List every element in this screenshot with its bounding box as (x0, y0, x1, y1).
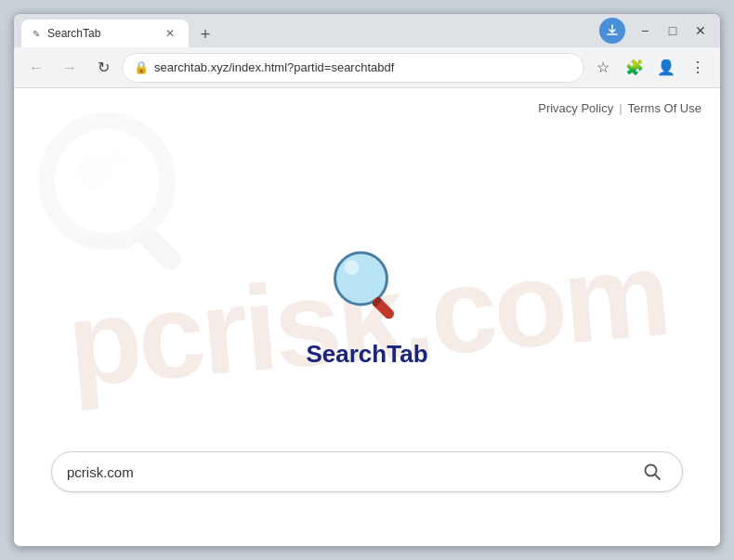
new-tab-button[interactable]: + (192, 21, 218, 47)
search-bar-container: pcrisk.com (51, 451, 683, 492)
page-content: pcrisk.com Privacy Policy | Terms Of Use (14, 88, 720, 547)
svg-point-3 (107, 149, 125, 167)
lock-icon: 🔒 (134, 60, 149, 74)
bookmark-button[interactable]: ☆ (588, 53, 618, 83)
search-bar[interactable]: pcrisk.com (51, 451, 683, 492)
back-button[interactable]: ← (21, 53, 51, 83)
forward-button[interactable]: → (55, 53, 85, 83)
active-tab[interactable]: ✎ SearchTab ✕ (21, 20, 189, 47)
toolbar-actions: ☆ 🧩 👤 ⋮ (588, 53, 713, 83)
brand-name: SearchTab (306, 340, 427, 369)
title-bar: ✎ SearchTab ✕ + − □ ✕ (14, 14, 720, 47)
tab-favicon: ✎ (33, 29, 40, 39)
download-indicator[interactable] (599, 18, 625, 44)
svg-point-4 (334, 253, 387, 305)
privacy-policy-link[interactable]: Privacy Policy (538, 101, 613, 115)
window-controls: − □ ✕ (633, 19, 713, 43)
address-bar[interactable]: 🔒 searchtab.xyz/index.html?partid=search… (122, 53, 584, 83)
link-separator: | (619, 101, 622, 115)
search-button[interactable] (637, 457, 667, 487)
svg-point-0 (46, 121, 167, 241)
svg-rect-6 (370, 295, 396, 321)
toolbar: ← → ↻ 🔒 searchtab.xyz/index.html?partid=… (14, 47, 720, 88)
menu-button[interactable]: ⋮ (683, 53, 713, 83)
svg-point-5 (344, 260, 359, 275)
tab-label: SearchTab (47, 27, 100, 40)
profile-button[interactable]: 👤 (651, 53, 681, 83)
logo-icon (325, 243, 409, 331)
minimize-button[interactable]: − (633, 19, 657, 43)
url-text: searchtab.xyz/index.html?partid=searchta… (154, 60, 572, 74)
search-input-value[interactable]: pcrisk.com (67, 464, 637, 480)
tab-close-button[interactable]: ✕ (163, 26, 177, 41)
background-magnifier (33, 107, 218, 296)
svg-line-9 (655, 475, 660, 479)
maximize-button[interactable]: □ (661, 19, 685, 43)
svg-point-2 (76, 155, 110, 189)
close-button[interactable]: ✕ (688, 19, 713, 43)
extensions-button[interactable]: 🧩 (620, 53, 649, 83)
browser-window: ✎ SearchTab ✕ + − □ ✕ ← → ↻ 🔒 searchtab.… (13, 13, 721, 547)
terms-of-use-link[interactable]: Terms Of Use (628, 101, 701, 115)
refresh-button[interactable]: ↻ (88, 53, 118, 83)
top-links: Privacy Policy | Terms Of Use (538, 101, 701, 115)
svg-rect-1 (134, 223, 184, 273)
tab-area: ✎ SearchTab ✕ + (21, 14, 596, 47)
main-content: SearchTab (306, 243, 427, 369)
